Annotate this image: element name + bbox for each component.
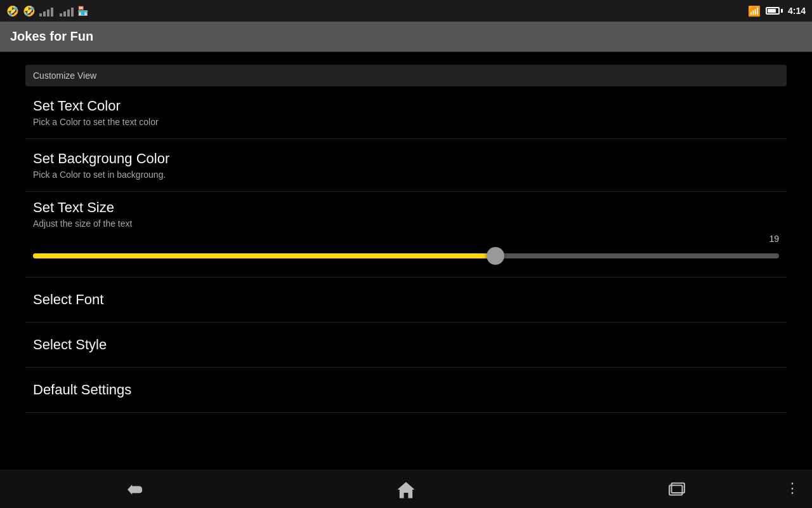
set-text-size-title: Set Text Size xyxy=(33,199,779,216)
set-text-color-title: Set Text Color xyxy=(33,98,779,114)
wifi-icon: 📶 xyxy=(748,5,761,17)
notification-icon-1: 🤣 xyxy=(6,5,19,17)
default-settings-item[interactable]: Default Settings xyxy=(25,368,787,413)
select-style-title: Select Style xyxy=(33,337,779,353)
section-header: Customize View xyxy=(25,65,787,86)
title-bar: Jokes for Fun xyxy=(0,22,812,52)
status-left: 🤣 🤣 🏪 xyxy=(6,5,88,17)
home-icon xyxy=(395,479,417,500)
slider-value-display: 19 xyxy=(33,234,779,244)
more-button[interactable]: ⋮ xyxy=(785,480,799,497)
recents-button[interactable] xyxy=(541,471,812,508)
text-size-slider-container[interactable] xyxy=(33,246,779,265)
section-header-label: Customize View xyxy=(33,70,96,81)
battery-icon xyxy=(766,7,783,15)
set-background-color-item[interactable]: Set Backgroung Color Pick a Color to set… xyxy=(25,139,787,192)
status-right: 📶 4:14 xyxy=(748,5,806,17)
back-button[interactable] xyxy=(0,471,271,508)
notification-icon-2: 🤣 xyxy=(23,5,36,17)
set-background-color-subtitle: Pick a Color to set in backgroung. xyxy=(33,170,779,180)
main-content: Customize View Set Text Color Pick a Col… xyxy=(0,52,812,470)
status-bar: 🤣 🤣 🏪 📶 4:14 xyxy=(0,0,812,22)
set-text-color-item[interactable]: Set Text Color Pick a Color to set the t… xyxy=(25,86,787,139)
select-font-item[interactable]: Select Font xyxy=(25,277,787,323)
set-text-color-subtitle: Pick a Color to set the text color xyxy=(33,117,779,127)
signal-bars-2 xyxy=(60,5,74,17)
nav-bar: ⋮ xyxy=(0,470,812,508)
app-title: Jokes for Fun xyxy=(10,29,93,44)
signal-bars xyxy=(39,5,53,17)
select-font-title: Select Font xyxy=(33,291,779,308)
back-icon xyxy=(125,479,145,500)
store-icon: 🏪 xyxy=(77,6,88,16)
set-text-size-section: Set Text Size Adjust the size of the tex… xyxy=(25,192,787,277)
select-style-item[interactable]: Select Style xyxy=(25,323,787,368)
set-text-size-subtitle: Adjust the size of the text xyxy=(33,218,779,229)
time-display: 4:14 xyxy=(788,6,806,16)
default-settings-title: Default Settings xyxy=(33,382,779,398)
recents-icon xyxy=(666,479,688,500)
home-button[interactable] xyxy=(271,471,542,508)
set-background-color-title: Set Backgroung Color xyxy=(33,150,779,167)
